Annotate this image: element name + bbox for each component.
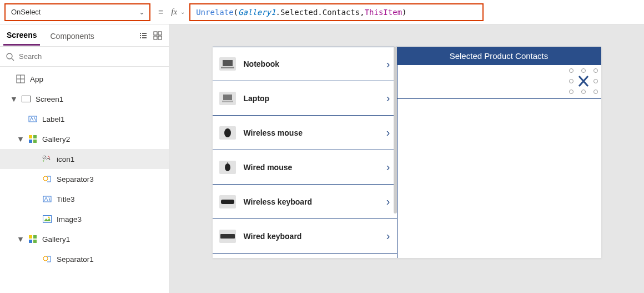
product-name: Laptop [244,94,379,103]
formula-token-paren: ( [234,8,238,17]
label-icon [42,194,52,204]
tree-item-gallery1[interactable]: ⯆ Gallery1 [0,229,169,249]
canvas-area[interactable]: Notebook› Laptop› Wireless mouse› Wired … [169,24,644,293]
svg-rect-29 [223,60,233,66]
tree-label: App [30,75,43,83]
formula-token-keyword: ThisItem [365,8,402,17]
product-thumb-icon [219,161,236,174]
tree-item-separator1[interactable]: Separator1 [0,249,169,269]
tree-label: Label1 [42,115,65,123]
svg-rect-0 [154,32,157,35]
list-item[interactable]: Laptop› [213,81,397,116]
chevron-right-icon: › [386,92,390,105]
formula-token-paren: ) [402,8,406,17]
svg-line-21 [49,197,50,201]
svg-rect-9 [22,96,31,102]
product-thumb-icon [219,57,236,71]
screen-icon [21,94,31,104]
selection-handle[interactable] [569,90,573,94]
product-name: Wired keyboard [244,232,379,241]
tree-item-image3[interactable]: Image3 [0,209,169,229]
tab-components[interactable]: Components [47,26,97,45]
tree-label: Image3 [57,215,82,224]
equals-label: = [158,7,163,17]
search-icon [6,52,14,61]
svg-line-11 [34,117,36,121]
chevron-right-icon: › [386,195,390,208]
tree-item-app[interactable]: App [0,69,169,89]
tree-item-gallery2[interactable]: ⯆ Gallery2 [0,129,169,149]
label-icon [28,114,38,124]
list-item[interactable]: Wired keyboard› [213,219,397,254]
tree-item-label1[interactable]: Label1 [0,109,169,129]
svg-rect-25 [33,235,37,239]
app-preview: Notebook› Laptop› Wireless mouse› Wired … [213,47,601,258]
property-dropdown-value: OnSelect [11,8,41,16]
selection-handle[interactable] [581,68,586,73]
product-name: Wireless mouse [244,128,379,137]
tree-label: Separator3 [57,175,94,183]
svg-rect-26 [29,240,32,243]
property-dropdown[interactable]: OnSelect ⌄ [4,3,150,21]
formula-input[interactable]: Unrelate ( Gallery1 .Selected.Contacts, … [189,3,484,21]
selection-handle[interactable] [593,79,598,83]
main-area: Screens Components App [0,24,644,293]
chevron-right-icon: › [386,230,390,242]
gallery2-contacts [397,65,601,258]
product-thumb-icon [219,92,236,105]
chevron-down-icon: ⌄ [139,8,145,16]
tree-panel: Screens Components App [0,24,169,293]
tree-label: Separator1 [57,255,94,264]
svg-rect-3 [158,36,162,39]
panel-tabs: Screens Components [0,24,169,47]
svg-text:+: + [42,158,45,163]
tree-item-icon1[interactable]: + icon1 [0,149,169,169]
selection-handle[interactable] [593,68,598,73]
selection-handle[interactable] [569,79,573,83]
product-thumb-icon [219,195,236,208]
tab-screens[interactable]: Screens [3,25,40,46]
selection-handle[interactable] [569,68,573,73]
fx-button[interactable]: fx ⌄ [171,7,185,17]
svg-rect-36 [221,200,234,204]
chevron-right-icon: › [386,58,390,71]
svg-rect-37 [220,234,235,239]
list-item[interactable]: Wireless mouse› [213,116,397,150]
svg-rect-32 [222,101,233,102]
gallery1-products: Notebook› Laptop› Wireless mouse› Wired … [213,47,397,258]
svg-rect-15 [33,140,37,143]
tree-label: Gallery2 [42,135,70,143]
separator-icon [42,254,52,264]
svg-point-34 [225,163,230,171]
svg-point-4 [7,53,12,59]
tree-item-screen1[interactable]: ⯆ Screen1 [0,89,169,109]
svg-point-33 [224,128,231,137]
formula-token-function: Unrelate [196,8,233,17]
tree-item-separator3[interactable]: Separator3 [0,169,169,189]
grid-icon[interactable] [153,31,162,40]
product-name: Notebook [244,59,379,68]
icon-control-icon: + [42,154,52,164]
tree-label: Screen1 [36,95,63,103]
list-item[interactable]: Wireless keyboard› [213,185,397,219]
svg-rect-13 [33,135,37,138]
formula-bar: OnSelect ⌄ = fx ⌄ Unrelate ( Gallery1 .S… [0,0,644,24]
svg-rect-30 [221,67,234,68]
tree-label: Title3 [57,195,75,203]
svg-rect-12 [29,135,32,138]
selection-handle[interactable] [581,90,586,94]
image-icon [42,214,52,224]
tree-label: Gallery1 [42,235,70,244]
list-icon[interactable] [139,31,148,40]
contacts-panel: Selected Product Contacts [397,47,601,258]
tree-item-title3[interactable]: Title3 [0,189,169,209]
selection-handle[interactable] [593,90,598,94]
icon1-selected[interactable] [571,71,596,92]
separator-icon [42,174,52,184]
chevron-right-icon: › [386,126,390,139]
list-item[interactable]: Wired mouse› [213,150,397,185]
search-row [0,47,169,67]
chevron-right-icon: › [386,161,390,173]
search-input[interactable] [19,52,163,61]
list-item[interactable]: Notebook› [213,47,397,81]
